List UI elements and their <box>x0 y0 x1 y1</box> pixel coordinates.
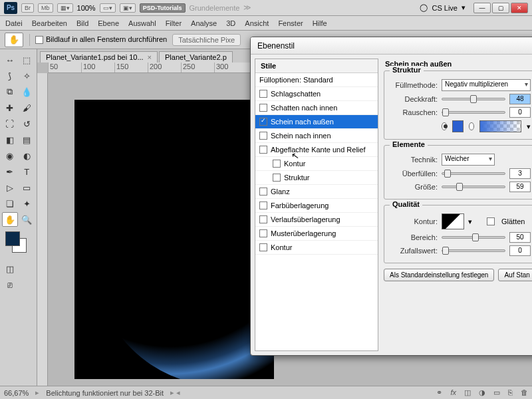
noise-slider[interactable] <box>442 111 505 114</box>
dodge-tool[interactable]: ◐ <box>19 148 35 163</box>
style-schein-innen[interactable]: Schein nach innen <box>255 129 378 143</box>
gradient-tool[interactable]: ▤ <box>19 132 35 147</box>
scroll-all-windows-checkbox[interactable]: Bildlauf in allen Fenstern durchführen <box>35 35 167 44</box>
menu-bearbeiten[interactable]: Bearbeiten <box>32 19 67 27</box>
color-swatches[interactable] <box>5 231 32 258</box>
style-kontur2[interactable]: Kontur <box>255 241 378 255</box>
style-kontur-sub[interactable]: Kontur <box>255 157 378 171</box>
lasso-tool[interactable]: ⟆ <box>2 68 18 83</box>
pen-tool[interactable]: ✒ <box>2 164 18 179</box>
menu-datei[interactable]: Datei <box>5 19 23 27</box>
folder-icon[interactable]: ▭ <box>493 388 500 397</box>
mask-icon[interactable]: ◫ <box>464 388 471 397</box>
style-schatten-innen[interactable]: Schatten nach innen <box>255 101 378 115</box>
marquee-tool[interactable]: ⬚ <box>19 53 35 67</box>
style-struktur-sub[interactable]: Struktur <box>255 171 378 185</box>
doc-tab-1[interactable]: Planet_Variante1.psd bei 10...× <box>40 51 158 63</box>
style-schein-aussen[interactable]: Schein nach außen <box>255 115 378 129</box>
jitter-slider[interactable] <box>442 249 505 252</box>
window-minimize-button[interactable]: — <box>473 3 491 13</box>
path-select-tool[interactable]: ▷ <box>2 180 18 195</box>
adjust-icon[interactable]: ◑ <box>479 388 485 397</box>
menu-filter[interactable]: Filter <box>166 19 182 27</box>
style-musterueberlagerung[interactable]: Musterüberlagerung <box>255 227 378 241</box>
menu-fenster[interactable]: Fenster <box>278 19 303 27</box>
actual-pixels-button[interactable]: Tatsächliche Pixe <box>172 34 241 46</box>
more-icon[interactable]: ≫ <box>243 3 251 12</box>
reset-default-button[interactable]: Auf Stan <box>498 269 532 281</box>
zoom-tool[interactable]: 🔍 <box>19 212 35 227</box>
workspace-grundelemente[interactable]: Grundelemente <box>190 4 240 12</box>
hand-tool-icon[interactable]: ✋ <box>5 33 23 47</box>
contour-swatch[interactable] <box>442 213 464 229</box>
contour-dropdown-icon[interactable]: ▾ <box>468 217 472 226</box>
style-verlaufsueberlagerung[interactable]: Verlaufsüberlagerung <box>255 213 378 227</box>
wand-tool[interactable]: ✧ <box>19 68 35 83</box>
doc-tab-2[interactable]: Planet_Variante2.p <box>159 51 233 63</box>
shape-tool[interactable]: ▭ <box>19 180 35 195</box>
glow-gradient-swatch[interactable] <box>479 120 521 132</box>
noise-value[interactable]: 0 <box>509 107 531 118</box>
screen-mode-button[interactable]: ▣▾ <box>120 3 136 13</box>
screenmode-button[interactable]: ⎚ <box>2 277 18 292</box>
menu-3d[interactable]: 3D <box>226 19 235 27</box>
jitter-value[interactable]: 0 <box>509 245 531 256</box>
move-tool[interactable]: ↔ <box>2 53 18 67</box>
styles-header[interactable]: Stile <box>255 59 378 73</box>
bridge-button[interactable]: Br <box>21 3 34 13</box>
range-slider[interactable] <box>442 236 505 239</box>
opacity-slider[interactable] <box>442 98 505 100</box>
zoom-level[interactable]: 100% <box>77 4 96 12</box>
blendmode-combo[interactable]: Negativ multiplizieren <box>442 79 531 91</box>
gradient-dropdown-icon[interactable]: ▾ <box>527 122 531 131</box>
style-farbueberlagerung[interactable]: Farbüberlagerung <box>255 199 378 213</box>
cslive-button[interactable]: CS Live <box>432 4 458 12</box>
menu-ebene[interactable]: Ebene <box>98 19 119 27</box>
spread-slider[interactable] <box>442 172 505 175</box>
newlayer-icon[interactable]: ⎘ <box>508 388 513 397</box>
spread-value[interactable]: 3 <box>509 168 531 179</box>
style-schlagschatten[interactable]: Schlagschatten <box>255 87 378 101</box>
menu-hilfe[interactable]: Hilfe <box>313 19 327 27</box>
opacity-value[interactable]: 48 <box>509 94 531 104</box>
quickmask-button[interactable]: ◫ <box>2 261 18 276</box>
close-icon[interactable]: × <box>148 53 152 61</box>
type-tool[interactable]: T <box>19 164 35 179</box>
workspace-psd-tutorials[interactable]: PSD-Tutorials <box>140 3 186 13</box>
gradient-radio[interactable] <box>469 122 474 130</box>
blur-tool[interactable]: ◉ <box>2 148 18 163</box>
eyedropper-tool[interactable]: 💧 <box>19 84 35 99</box>
menu-ansicht[interactable]: Ansicht <box>245 19 269 27</box>
menu-analyse[interactable]: Analyse <box>191 19 217 27</box>
view-extras-button[interactable]: ▦▾ <box>57 3 73 13</box>
stamp-tool[interactable]: ⛶ <box>2 116 18 131</box>
heal-tool[interactable]: ✚ <box>2 100 18 115</box>
eraser-tool[interactable]: ◧ <box>2 132 18 147</box>
brush-tool[interactable]: 🖌 <box>19 100 35 115</box>
3d-tool[interactable]: ❏ <box>2 196 18 211</box>
menu-auswahl[interactable]: Auswahl <box>128 19 156 27</box>
technik-combo[interactable]: Weicher <box>442 154 495 166</box>
make-default-button[interactable]: Als Standardeinstellung festlegen <box>384 269 494 281</box>
minibridge-button[interactable]: Mb <box>38 3 53 13</box>
size-value[interactable]: 59 <box>509 182 531 192</box>
size-slider[interactable] <box>442 186 505 188</box>
history-brush-tool[interactable]: ↺ <box>19 116 35 131</box>
camera-tool[interactable]: ✦ <box>19 196 35 211</box>
link-icon[interactable]: ⚭ <box>436 388 442 397</box>
trash-icon[interactable]: 🗑 <box>521 388 528 397</box>
foreground-color[interactable] <box>5 231 20 246</box>
style-glanz[interactable]: Glanz <box>255 185 378 199</box>
range-value[interactable]: 50 <box>509 232 531 243</box>
hand-tool-2[interactable]: ✋ <box>2 212 18 227</box>
window-maximize-button[interactable]: ▢ <box>492 3 509 13</box>
menu-bild[interactable]: Bild <box>76 19 88 27</box>
color-radio[interactable] <box>442 122 447 130</box>
fx-icon[interactable]: fx <box>450 388 456 397</box>
window-close-button[interactable]: ✕ <box>511 3 528 13</box>
crop-tool[interactable]: ⧉ <box>2 84 18 99</box>
document-canvas[interactable] <box>74 100 274 379</box>
blending-options-item[interactable]: Fülloptionen: Standard <box>255 73 378 87</box>
glow-color-swatch[interactable] <box>452 120 464 132</box>
antialias-checkbox[interactable] <box>487 217 495 225</box>
